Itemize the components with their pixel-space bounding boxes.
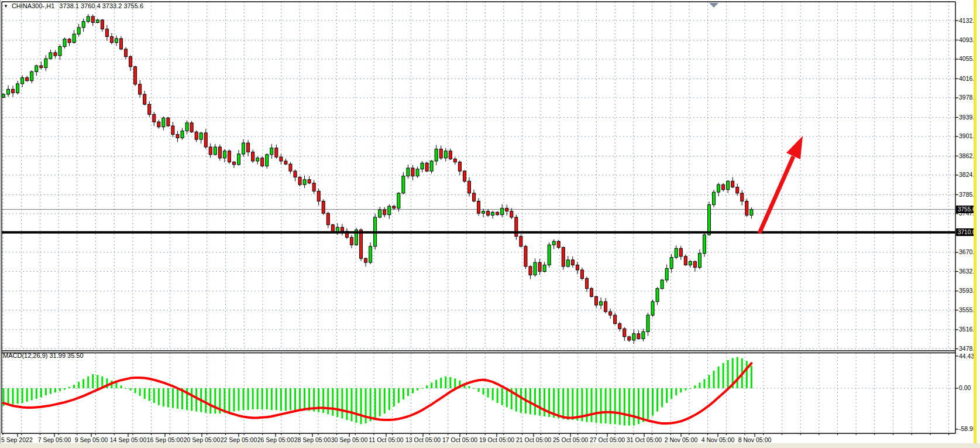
macd-histogram-bar bbox=[356, 388, 357, 423]
bear-candle bbox=[510, 211, 513, 217]
macd-histogram-bar bbox=[370, 388, 372, 421]
bear-candle bbox=[308, 180, 311, 183]
bear-candle bbox=[190, 123, 193, 132]
bull-candle bbox=[63, 39, 66, 47]
time-axis-label: 26 Sep 05:00 bbox=[257, 436, 294, 443]
bear-candle bbox=[312, 183, 315, 191]
macd-histogram-bar bbox=[628, 388, 630, 426]
macd-histogram-bar bbox=[271, 388, 273, 410]
time-axis-label: 14 Sep 05:00 bbox=[110, 436, 146, 443]
macd-histogram-bar bbox=[17, 388, 19, 403]
bull-candle bbox=[115, 39, 118, 43]
bull-candle bbox=[397, 193, 400, 208]
bear-candle bbox=[275, 148, 278, 157]
bear-candle bbox=[365, 258, 367, 262]
macd-histogram-bar bbox=[689, 388, 691, 389]
macd-histogram-bar bbox=[92, 374, 94, 388]
bear-candle bbox=[40, 66, 43, 67]
bear-candle bbox=[125, 49, 128, 57]
bull-candle bbox=[416, 169, 419, 176]
bull-candle bbox=[181, 131, 184, 138]
bear-candle bbox=[134, 67, 137, 84]
bull-candle bbox=[713, 192, 716, 204]
bull-candle bbox=[2, 94, 5, 97]
macd-histogram-bar bbox=[685, 388, 686, 391]
macd-histogram-bar bbox=[600, 388, 602, 423]
bull-candle bbox=[675, 248, 678, 257]
mt4-chart-window: ▼CHINA300-,H13738.1 3760.4 3733.2 3755.6… bbox=[0, 0, 980, 448]
macd-histogram-bar bbox=[195, 388, 197, 412]
macd-histogram-bar bbox=[468, 386, 470, 388]
macd-histogram-bar bbox=[12, 388, 14, 405]
bear-candle bbox=[487, 211, 490, 216]
macd-histogram-bar bbox=[497, 388, 498, 403]
macd-histogram-bar bbox=[223, 388, 225, 413]
bear-candle bbox=[477, 201, 480, 214]
macd-histogram-bar bbox=[322, 388, 324, 413]
chart-ohlc-values: 3738.1 3760.4 3733.2 3755.6 bbox=[59, 2, 143, 9]
bear-candle bbox=[120, 39, 123, 49]
bear-candle bbox=[167, 118, 170, 126]
macd-histogram-bar bbox=[125, 388, 127, 389]
bear-candle bbox=[618, 324, 621, 329]
macd-histogram-bar bbox=[290, 388, 291, 410]
bear-candle bbox=[684, 257, 687, 265]
bear-candle bbox=[26, 78, 29, 81]
bear-candle bbox=[637, 334, 640, 339]
bull-candle bbox=[369, 247, 372, 262]
time-axis-label: 17 Oct 05:00 bbox=[442, 436, 477, 443]
macd-histogram-bar bbox=[718, 367, 720, 388]
macd-histogram-bar bbox=[454, 378, 456, 388]
macd-histogram-bar bbox=[341, 388, 343, 419]
bull-candle bbox=[750, 210, 753, 216]
bull-candle bbox=[689, 261, 692, 265]
macd-histogram-bar bbox=[605, 388, 607, 423]
bear-candle bbox=[129, 57, 132, 67]
macd-histogram-bar bbox=[412, 388, 414, 393]
bear-candle bbox=[614, 315, 617, 324]
bear-candle bbox=[294, 171, 297, 177]
bear-candle bbox=[604, 302, 607, 312]
bear-candle bbox=[101, 20, 104, 29]
macd-histogram-bar bbox=[350, 388, 352, 421]
bear-candle bbox=[463, 171, 466, 181]
bear-candle bbox=[529, 266, 532, 275]
bear-candle bbox=[110, 36, 113, 42]
bear-candle bbox=[228, 151, 231, 162]
macd-histogram-bar bbox=[483, 388, 484, 395]
bull-candle bbox=[35, 66, 38, 71]
macd-histogram-bar bbox=[252, 388, 254, 409]
macd-histogram-bar bbox=[572, 388, 573, 420]
macd-histogram-bar bbox=[694, 385, 696, 388]
chart-plot-area[interactable] bbox=[0, 0, 980, 448]
bear-candle bbox=[12, 89, 15, 93]
macd-histogram-bar bbox=[130, 388, 132, 391]
time-axis-label: 25 Oct 05:00 bbox=[553, 436, 588, 443]
bear-candle bbox=[91, 16, 94, 22]
macd-histogram-bar bbox=[680, 388, 682, 392]
macd-histogram-bar bbox=[78, 382, 80, 388]
bull-candle bbox=[727, 181, 730, 190]
macd-histogram-bar bbox=[266, 388, 268, 409]
macd-histogram-bar bbox=[666, 388, 668, 403]
macd-histogram-bar bbox=[445, 377, 446, 388]
macd-histogram-bar bbox=[699, 382, 700, 388]
macd-histogram-bar bbox=[520, 388, 522, 413]
bear-candle bbox=[383, 210, 386, 215]
macd-histogram-bar bbox=[332, 388, 333, 416]
macd-histogram-bar bbox=[172, 388, 174, 408]
bull-candle bbox=[543, 265, 546, 271]
chart-expand-icon[interactable]: ▼ bbox=[4, 4, 8, 9]
bull-candle bbox=[242, 143, 245, 154]
bear-candle bbox=[722, 184, 725, 190]
macd-histogram-bar bbox=[135, 388, 136, 393]
bull-candle bbox=[534, 262, 537, 275]
bear-candle bbox=[453, 159, 456, 162]
macd-histogram-bar bbox=[247, 388, 249, 410]
chart-shift-marker-icon[interactable] bbox=[709, 3, 718, 8]
bear-candle bbox=[139, 84, 142, 94]
bull-candle bbox=[238, 154, 240, 165]
time-axis-label: 21 Oct 05:00 bbox=[516, 436, 551, 443]
macd-histogram-bar bbox=[675, 388, 677, 395]
bull-candle bbox=[185, 123, 188, 131]
